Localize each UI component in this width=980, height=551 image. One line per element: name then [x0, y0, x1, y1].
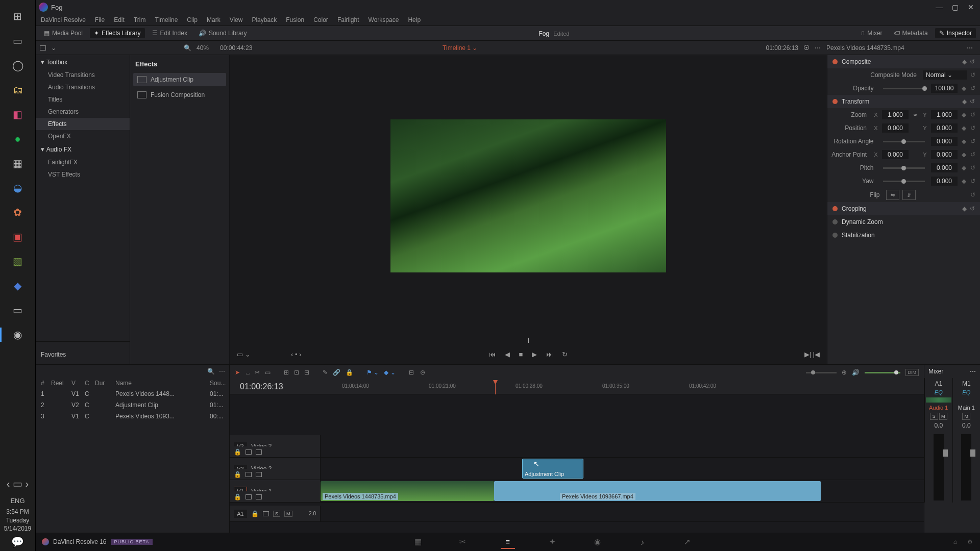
menu-clip[interactable]: Clip	[187, 16, 198, 23]
reset-icon[interactable]: ↺	[970, 98, 975, 105]
page-color[interactable]: ◉	[591, 535, 605, 549]
tray-expand-icon[interactable]: ‹ ▭ ›	[7, 477, 29, 491]
taskbar-app-1[interactable]: ◯	[7, 54, 29, 77]
menu-timeline[interactable]: Timeline	[155, 16, 178, 23]
go-end-button[interactable]: ⏭	[546, 350, 553, 358]
page-media[interactable]: ▦	[411, 535, 425, 549]
keyframe-icon[interactable]: ◆	[961, 138, 967, 145]
viewer-mode-icon[interactable]: ▭ ⌄	[237, 350, 251, 358]
minimize-button[interactable]: —	[936, 3, 943, 11]
menu-fusion[interactable]: Fusion	[286, 16, 304, 23]
clock[interactable]: 3:54 PM Tuesday 5/14/2019	[4, 508, 31, 533]
link-icon[interactable]: ⚭	[912, 111, 919, 118]
lock-icon[interactable]: 🔒	[251, 510, 259, 517]
effects-library-button[interactable]: ✦Effects Library	[90, 28, 144, 38]
transport-right-icons[interactable]: ▶| |◀	[804, 350, 820, 358]
reset-icon[interactable]: ↺	[970, 151, 976, 158]
menu-fairlight[interactable]: Fairlight	[337, 16, 359, 23]
enable-dot-icon[interactable]	[832, 233, 838, 238]
zoom-y[interactable]: 1.000	[931, 110, 958, 119]
flip-v-button[interactable]: ⇵	[902, 190, 916, 200]
page-cut[interactable]: ✂	[456, 535, 470, 549]
reset-icon[interactable]: ↺	[970, 124, 976, 132]
timeline-zoom-slider[interactable]	[806, 372, 837, 373]
mute-button[interactable]: M	[284, 511, 292, 517]
insert-tool-icon[interactable]: ▭	[265, 369, 271, 376]
enable-dot-icon[interactable]	[832, 59, 838, 64]
audiofx-vst[interactable]: VST Effects	[36, 168, 130, 181]
enable-dot-icon[interactable]	[832, 99, 838, 104]
menu-edit[interactable]: Edit	[114, 16, 125, 23]
menu-file[interactable]: File	[95, 16, 105, 23]
menu-mark[interactable]: Mark	[207, 16, 220, 23]
fader[interactable]	[943, 449, 948, 457]
taskbar-app-5[interactable]: ▦	[7, 152, 29, 174]
opacity-slider[interactable]	[883, 88, 925, 89]
edit-index-row[interactable]: 2V2CAdjustment Clip01:...	[36, 399, 229, 411]
toolbox-audio-transitions[interactable]: Audio Transitions	[36, 81, 130, 93]
track-selector[interactable]: A1	[234, 510, 247, 518]
task-view-icon[interactable]: ▭	[7, 30, 29, 52]
link-tool-icon[interactable]: 🔗	[333, 369, 340, 376]
track-toggle-icon[interactable]	[256, 449, 262, 455]
action-center-icon[interactable]: 💬	[7, 534, 29, 550]
toolbox-header[interactable]: ▾ Toolbox	[36, 55, 130, 69]
zoom-x[interactable]: 1.000	[882, 110, 909, 119]
lock-icon[interactable]: 🔒	[234, 471, 241, 478]
solo-button[interactable]: S	[273, 511, 280, 517]
viewer-scrubber[interactable]	[230, 337, 827, 344]
taskbar-app-8[interactable]: ▣	[7, 226, 29, 248]
close-button[interactable]: ✕	[968, 3, 974, 11]
bypass-fx-icon[interactable]: ⦿	[803, 44, 810, 52]
start-button[interactable]: ⊞	[7, 5, 29, 28]
settings-icon[interactable]: ⚙	[967, 538, 973, 545]
rotation-value[interactable]: 0.000	[931, 137, 958, 146]
keyframe-icon[interactable]: ◆	[961, 164, 967, 171]
page-fusion[interactable]: ✦	[546, 535, 560, 549]
spotify-icon[interactable]: ●	[7, 128, 29, 150]
mute-button[interactable]: M	[962, 413, 970, 420]
insert-clip-icon[interactable]: ⊞	[284, 369, 289, 376]
menu-trim[interactable]: Trim	[134, 16, 146, 23]
reset-icon[interactable]: ↺	[970, 138, 976, 145]
yaw-slider[interactable]	[883, 181, 925, 182]
track-toggle-icon[interactable]	[256, 494, 262, 499]
opacity-value[interactable]: 100.00	[931, 84, 958, 93]
audiofx-header[interactable]: ▾ Audio FX	[36, 142, 130, 156]
enable-dot-icon[interactable]	[832, 219, 838, 224]
keyframe-icon[interactable]: ◆	[961, 178, 967, 185]
marker-icon[interactable]: ◆ ⌄	[384, 369, 395, 376]
auto-select-icon[interactable]	[246, 449, 252, 455]
edit-index-row[interactable]: 1V1CPexels Videos 1448...01:...	[36, 388, 229, 399]
davinci-resolve-icon[interactable]: ◉	[7, 323, 29, 346]
enable-dot-icon[interactable]	[832, 206, 838, 211]
effect-adjustment-clip[interactable]: Adjustment Clip	[133, 73, 226, 86]
step-back-button[interactable]: ◀	[505, 350, 510, 358]
rotation-slider[interactable]	[883, 141, 925, 142]
sound-library-button[interactable]: 🔊Sound Library	[194, 28, 251, 38]
link-selection-icon[interactable]: ⊝	[420, 369, 425, 376]
flip-h-button[interactable]: ⇋	[886, 190, 899, 200]
menu-help[interactable]: Help	[408, 16, 421, 23]
inspector-button[interactable]: ✎Inspector	[935, 28, 976, 38]
maximize-button[interactable]: ▢	[952, 3, 959, 11]
trim-tool-icon[interactable]: ⎵	[246, 369, 250, 376]
reset-icon[interactable]: ↺	[970, 191, 976, 198]
pos-x[interactable]: 0.000	[882, 123, 909, 133]
snap-icon[interactable]: ⊟	[409, 369, 414, 376]
toolbox-openfx[interactable]: OpenFX	[36, 130, 130, 142]
yaw-value[interactable]: 0.000	[931, 177, 958, 186]
keyframe-icon[interactable]: ◆	[961, 124, 967, 132]
taskbar-app-10[interactable]: ◆	[7, 274, 29, 297]
razor-icon[interactable]: ✎	[323, 369, 328, 376]
pos-y[interactable]: 0.000	[931, 123, 958, 133]
zoom-percent[interactable]: 40%	[197, 44, 209, 52]
menu-workspace[interactable]: Workspace	[369, 16, 399, 23]
metadata-button[interactable]: 🏷Metadata	[890, 28, 932, 38]
pitch-value[interactable]: 0.000	[931, 163, 958, 172]
overwrite-clip-icon[interactable]: ⊡	[294, 369, 299, 376]
track-toggle-icon[interactable]	[256, 472, 262, 477]
toolbox-video-transitions[interactable]: Video Transitions	[36, 69, 130, 81]
taskbar-app-7[interactable]: ✿	[7, 201, 29, 223]
media-pool-button[interactable]: ▦Media Pool	[40, 28, 87, 38]
